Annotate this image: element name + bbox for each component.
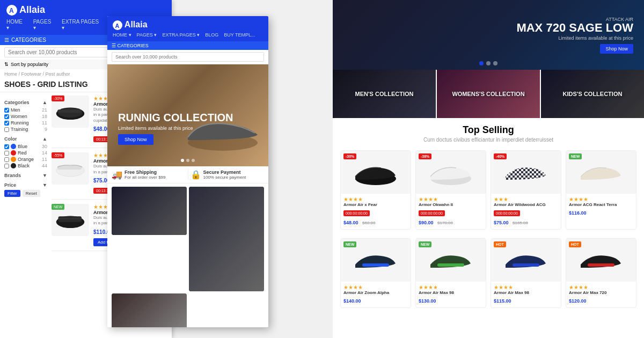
svg-rect-6: [57, 166, 82, 170]
ra-product-card: NEW ★★★★ Armor Air Zoom Alpha $140.00: [340, 238, 411, 308]
categories-filter-label: Categories ▲: [4, 100, 47, 105]
ra-badge-sale: -38%: [419, 153, 431, 159]
filter-red[interactable]: Red14: [4, 150, 47, 156]
ra-product-price: $115.00: [494, 298, 511, 304]
ra-product-old-price: $170.00: [437, 221, 453, 225]
ra-hero-dot-1[interactable]: [479, 61, 484, 65]
mp-logo: A Allaia: [113, 20, 263, 30]
lp-logo: A Allaia: [6, 4, 165, 16]
ra-shop-now-button[interactable]: Shop Now: [600, 44, 633, 54]
hero-dot-3[interactable]: [192, 159, 195, 162]
ra-product-name: Armor Okwahn II: [419, 202, 483, 207]
ra-product-old-price: $165.00: [513, 221, 528, 225]
nav-pages[interactable]: PAGES ▾: [33, 19, 55, 31]
ra-product-info: ★★★★ Armor Air Zoom Alpha $140.00: [341, 282, 411, 307]
ra-collection-women[interactable]: WOMENS'S COLLECTION: [437, 70, 540, 118]
svg-rect-8: [58, 216, 82, 222]
ra-product-stars: ★★★★: [569, 284, 633, 290]
ra-badge-hot: HOT: [569, 241, 581, 247]
nav-home[interactable]: HOME ▾: [6, 19, 27, 31]
ra-badge-sale: -40%: [494, 153, 507, 159]
ra-product-stars: ★★★★: [494, 284, 558, 290]
ra-product-info: ★★★★ Armor Air Max 98 $130.00: [416, 282, 486, 307]
ra-col-women-label: WOMENS'S COLLECTION: [452, 91, 524, 97]
ra-collection-kids[interactable]: KIDS'S COLLECTION: [541, 70, 644, 118]
nav-extra[interactable]: EXTRA PAGES ▾: [62, 19, 103, 31]
mp-header: A Allaia HOME ▾ PAGES ▾ EXTRA PAGES ▾ BL…: [107, 16, 268, 41]
ra-product-stars: ★★★★: [569, 196, 633, 202]
mp-nav-extra[interactable]: EXTRA PAGES ▾: [162, 32, 200, 38]
ra-product-price: $75.00: [494, 220, 509, 225]
payment-icon: 🔒: [191, 170, 201, 180]
ra-countdown: 000:00:00:00: [494, 210, 520, 216]
hero-dot-2[interactable]: [186, 159, 189, 162]
ra-col-men-label: MEN'S COLLECTION: [355, 91, 414, 97]
mp-cat-training[interactable]: TRAINING: [112, 293, 187, 327]
mp-search: [107, 50, 268, 64]
ra-product-name: Armor Air x Fear: [343, 202, 408, 207]
ra-product-info: ★★★★ Armor ACG React Terra $116.00: [566, 194, 636, 219]
badge-sale: -30%: [52, 95, 64, 101]
ra-products-row2: NEW ★★★★ Armor Air Zoom Alpha $140.00 NE…: [333, 234, 644, 312]
mp-nav-home[interactable]: HOME ▾: [113, 32, 131, 38]
ra-collections: MEN'S COLLECTION WOMENS'S COLLECTION KID…: [333, 70, 644, 118]
ra-product-card: -38% ★★★★ Armor Okwahn II 000:00:00:00 $…: [415, 150, 486, 230]
ra-hero-dot-3[interactable]: [493, 61, 497, 65]
ra-product-name: Armor Air Zoom Alpha: [343, 290, 408, 295]
ra-hero-dots: [479, 61, 497, 65]
blue-dot: [11, 144, 16, 149]
mp-shop-now-button[interactable]: Shop Now: [118, 134, 153, 145]
ra-product-card: HOT ★★★★ Armor Air Max 98 $115.00: [491, 238, 561, 308]
mp-nav-pages[interactable]: PAGES ▾: [137, 32, 157, 38]
mp-search-input[interactable]: [112, 52, 264, 62]
reset-button[interactable]: Reset: [23, 190, 40, 197]
mp-nav-buy[interactable]: BUY TEMPL...: [224, 32, 255, 38]
hero-dot-1[interactable]: [181, 159, 184, 162]
svg-text:A: A: [9, 7, 14, 14]
filter-training[interactable]: Training9: [4, 127, 47, 132]
svg-rect-19: [362, 263, 389, 267]
mp-feature-shipping: 🚚 Free Shipping For all order over $99: [112, 170, 186, 180]
filter-women[interactable]: Women18: [4, 114, 47, 119]
ra-product-card: -40% ★★★ Armor Air Wildwood ACG 000:00:0…: [491, 150, 561, 230]
mp-feature-payment: 🔒 Secure Payment 100% secure payment: [191, 170, 265, 180]
ra-product-name: Armor ACG React Terra: [569, 202, 633, 207]
mp-nav-blog[interactable]: BLOG: [205, 32, 218, 38]
shipping-icon: 🚚: [112, 170, 122, 180]
mp-cat-lifestyle[interactable]: LIFE STYLE: [189, 187, 264, 291]
ra-product-name: Armor Air Wildwood ACG: [494, 202, 558, 207]
ra-product-card: -30% ★★★★ Armor Air x Fear 000:00:00:00 …: [340, 150, 411, 230]
mp-cat-running[interactable]: RUNNING: [112, 187, 187, 235]
ra-top-selling-subtitle: Cum doctus civibus efficiantur in imperd…: [343, 137, 633, 143]
right-area: ATTACK AIR MAX 720 SAGE LOW Limited item…: [333, 0, 644, 338]
sort-icon: ⇅: [4, 62, 9, 67]
color-filter-label: Color ▲: [4, 136, 47, 142]
filter-blue[interactable]: Blue30: [4, 144, 47, 149]
ra-hero-dot-2[interactable]: [486, 61, 491, 65]
mp-hero-dots: [181, 159, 195, 162]
badge-sale: -55%: [52, 152, 64, 158]
ra-product-stars: ★★★: [494, 196, 558, 202]
ra-top-selling-section: Top Selling Cum doctus civibus efficiant…: [333, 118, 644, 146]
ra-hero-title: MAX 720 SAGE LOW: [516, 22, 633, 34]
filter-button[interactable]: Filter: [4, 190, 20, 197]
ra-col-men-overlay: MEN'S COLLECTION: [333, 70, 436, 118]
lp-filters-sidebar: Categories ▲ Men21 Women18 Running11 Tra…: [4, 95, 47, 338]
ra-product-price: $130.00: [419, 298, 436, 304]
ra-product-info: ★★★★ Armor Okwahn II 000:00:00:00 $90.00…: [416, 194, 486, 229]
ra-badge-new: NEW: [343, 241, 356, 247]
ra-product-card: NEW ★★★★ Armor Air Max 98 $130.00: [415, 238, 486, 308]
filter-black[interactable]: Black44: [4, 163, 47, 168]
ra-product-price: $120.00: [569, 298, 587, 304]
ra-hero: ATTACK AIR MAX 720 SAGE LOW Limited item…: [333, 0, 644, 70]
ra-product-name: Armor Air Max 98: [494, 290, 558, 295]
mp-nav: HOME ▾ PAGES ▾ EXTRA PAGES ▾ BLOG BUY TE…: [113, 32, 263, 38]
orange-dot: [11, 157, 16, 162]
filter-running[interactable]: Running11: [4, 120, 47, 126]
ra-product-info: ★★★★ Armor Air Max 720 $120.00: [566, 282, 636, 307]
ra-collection-men[interactable]: MEN'S COLLECTION: [333, 70, 436, 118]
ra-product-stars: ★★★★: [343, 196, 408, 202]
filter-orange[interactable]: Orange11: [4, 157, 47, 162]
filter-men[interactable]: Men21: [4, 107, 47, 113]
ra-product-name: Armor Air Max 720: [569, 290, 633, 295]
